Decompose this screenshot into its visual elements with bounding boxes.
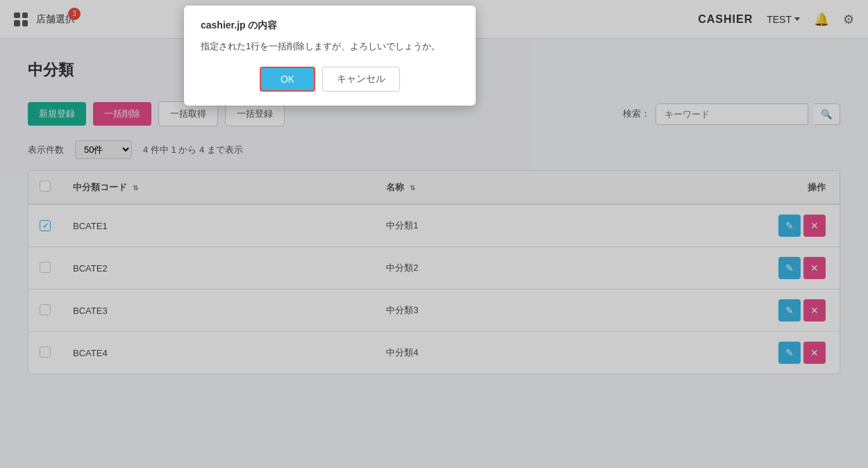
dialog-message: 指定された1行を一括削除しますが、よろしいでしょうか。 bbox=[201, 40, 459, 53]
dialog-title: cashier.jp の内容 bbox=[201, 19, 459, 32]
confirm-dialog: cashier.jp の内容 指定された1行を一括削除しますが、よろしいでしょう… bbox=[184, 6, 476, 106]
dialog-buttons: OK キャンセル bbox=[201, 67, 459, 92]
dialog-ok-button[interactable]: OK bbox=[260, 67, 315, 92]
dialog-cancel-button[interactable]: キャンセル bbox=[322, 67, 400, 92]
dialog-overlay: cashier.jp の内容 指定された1行を一括削除しますが、よろしいでしょう… bbox=[0, 0, 868, 395]
